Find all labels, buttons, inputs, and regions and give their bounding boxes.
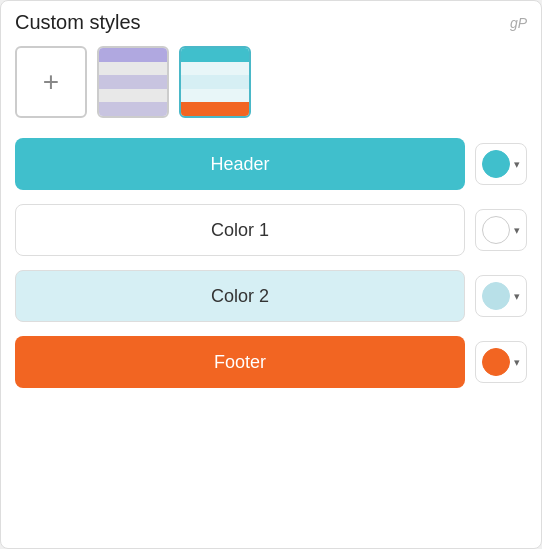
footer-dropdown-arrow[interactable]: ▾ — [514, 356, 520, 369]
color1-label: Color 1 — [211, 220, 269, 241]
panel-title: Custom styles — [15, 11, 141, 34]
header-label: Header — [210, 154, 269, 175]
header-style-button[interactable]: Header — [15, 138, 465, 190]
footer-style-row: Footer ▾ — [15, 336, 527, 388]
color2-style-row: Color 2 ▾ — [15, 270, 527, 322]
footer-color-picker[interactable]: ▾ — [475, 341, 527, 383]
header-color-picker[interactable]: ▾ — [475, 143, 527, 185]
footer-label: Footer — [214, 352, 266, 373]
color2-label: Color 2 — [211, 286, 269, 307]
themes-row: + — [15, 46, 527, 118]
header-style-row: Header ▾ — [15, 138, 527, 190]
color1-color-picker[interactable]: ▾ — [475, 209, 527, 251]
footer-style-button[interactable]: Footer — [15, 336, 465, 388]
style-rows: Header ▾ Color 1 ▾ Color 2 ▾ — [15, 138, 527, 388]
color1-dropdown-arrow[interactable]: ▾ — [514, 224, 520, 237]
color1-color-circle — [482, 216, 510, 244]
color2-dropdown-arrow[interactable]: ▾ — [514, 290, 520, 303]
color1-style-button[interactable]: Color 1 — [15, 204, 465, 256]
add-theme-button[interactable]: + — [15, 46, 87, 118]
theme-thumbnail-1[interactable] — [97, 46, 169, 118]
color2-color-picker[interactable]: ▾ — [475, 275, 527, 317]
header-dropdown-arrow[interactable]: ▾ — [514, 158, 520, 171]
color2-color-circle — [482, 282, 510, 310]
footer-color-circle — [482, 348, 510, 376]
panel-logo: gP — [510, 15, 527, 31]
theme-thumbnail-2[interactable] — [179, 46, 251, 118]
custom-styles-panel: Custom styles gP + Header — [0, 0, 542, 549]
color1-style-row: Color 1 ▾ — [15, 204, 527, 256]
plus-icon: + — [43, 66, 59, 98]
panel-header: Custom styles gP — [15, 11, 527, 34]
header-color-circle — [482, 150, 510, 178]
color2-style-button[interactable]: Color 2 — [15, 270, 465, 322]
